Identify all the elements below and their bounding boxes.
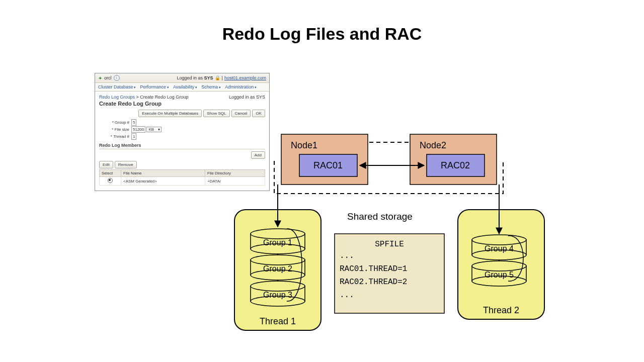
cell-filename: <ASM Generated> (121, 177, 205, 186)
spfile-line: RAC02.THREAD=2 (340, 278, 407, 287)
input-group[interactable]: 5 (131, 119, 136, 126)
em-menubar: Cluster Database Performance Availabilit… (95, 83, 269, 92)
remove-button[interactable]: Remove (115, 161, 137, 168)
svg-text:Group 5: Group 5 (485, 270, 514, 279)
group2-cylinder: Group 2 (251, 255, 305, 280)
em-topbar: ✦ orcl i Logged in as SYS 🔒 | host01.exa… (95, 73, 269, 83)
svg-point-2 (251, 229, 305, 239)
menu-availability[interactable]: Availability (173, 84, 197, 89)
col-filename: File Name (121, 170, 205, 177)
menu-administration[interactable]: Administration (225, 84, 257, 89)
group5-cylinder: Group 5 (472, 261, 526, 286)
svg-point-22 (472, 261, 526, 271)
host-link[interactable]: host01.example.com (224, 75, 266, 80)
cancel-button[interactable]: Cancel (231, 110, 251, 117)
label-filesize: File size (101, 127, 131, 132)
input-filesize[interactable]: 51200 (131, 126, 145, 133)
logged-in-as: Logged in as SYS (177, 75, 213, 80)
svg-point-7 (251, 255, 305, 265)
execute-multidb-button[interactable]: Execute On Multiple Databases (138, 110, 202, 117)
menu-schema[interactable]: Schema (201, 84, 221, 89)
group1-cylinder: Group 1 (251, 229, 305, 254)
show-sql-button[interactable]: Show SQL (203, 110, 229, 117)
form-title: Create Redo Log Group (99, 101, 265, 107)
spfile-line: ... (340, 251, 354, 260)
svg-text:Group 1: Group 1 (263, 238, 292, 247)
ok-button[interactable]: OK (252, 110, 265, 117)
rac02-label: RAC02 (441, 160, 470, 170)
svg-text:Group 4: Group 4 (485, 244, 514, 253)
page-title: Redo Log Files and RAC (0, 24, 644, 44)
label-group: Group # (101, 120, 131, 125)
logged-in-as-2: Logged in as SYS (229, 95, 265, 100)
row-radio[interactable] (108, 178, 113, 183)
edit-button[interactable]: Edit (99, 161, 113, 168)
rac01-label: RAC01 (313, 160, 343, 170)
thread1-label: Thread 1 (260, 316, 296, 326)
menu-cluster-database[interactable]: Cluster Database (98, 84, 136, 89)
architecture-diagram: Node1 RAC01 Node2 RAC02 SPFILE ... RAC01… (231, 128, 553, 339)
thread2-label: Thread 2 (483, 305, 519, 315)
breadcrumb-parent[interactable]: Redo Log Groups (99, 95, 135, 100)
node1-label: Node1 (291, 140, 317, 150)
breadcrumb: Redo Log Groups > Create Redo Log Group (99, 95, 188, 100)
svg-text:Group 2: Group 2 (263, 264, 292, 273)
select-filesize-unit[interactable]: KB (146, 127, 162, 132)
menu-performance[interactable]: Performance (140, 84, 169, 89)
svg-point-12 (251, 281, 305, 291)
spfile-line: ... (340, 291, 354, 300)
top-button-row: Execute On Multiple Databases Show SQL C… (99, 110, 265, 117)
spfile-line: RAC01.THREAD=1 (340, 264, 407, 274)
label-thread: Thread # (101, 134, 131, 139)
node2-label: Node2 (420, 140, 446, 150)
db-icon: ✦ (98, 75, 102, 81)
svg-text:Group 3: Group 3 (263, 291, 292, 299)
input-thread[interactable]: 1 (131, 133, 136, 140)
group4-cylinder: Group 4 (472, 235, 526, 260)
col-select: Select (100, 170, 121, 177)
breadcrumb-current: Create Redo Log Group (140, 95, 188, 100)
orcl-label: orcl (104, 75, 112, 80)
info-icon[interactable]: i (114, 75, 120, 81)
spfile-title: SPFILE (375, 240, 404, 249)
lock-icon: 🔒 (215, 75, 220, 80)
